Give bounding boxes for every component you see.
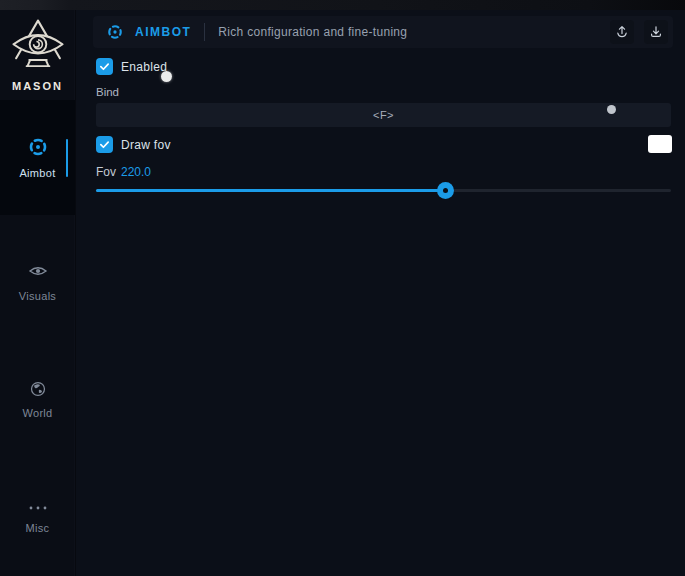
crosshair-icon [106,23,124,41]
upload-icon [614,24,630,40]
check-icon [99,139,110,150]
globe-icon [29,380,47,402]
sidebar-item-label: World [22,407,52,419]
fov-label: Fov [96,165,116,179]
eye-pyramid-icon [10,18,66,78]
fov-slider-handle[interactable] [437,182,454,199]
brand-name: MASON [12,80,63,92]
enabled-checkbox[interactable] [96,58,113,75]
bind-value: <F> [373,109,394,121]
draw-fov-checkbox[interactable] [96,136,113,153]
page-title: AIMBOT [135,25,191,39]
fov-color-swatch[interactable] [648,135,672,153]
header-actions [610,20,668,44]
fov-slider-fill [96,189,445,192]
window-top-strip [0,0,685,10]
main-panel: AIMBOT Rich configuration and fine-tunin… [76,10,685,576]
sidebar-item-label: Visuals [19,290,56,302]
fov-label-row: Fov 220.0 [96,165,151,179]
export-config-button[interactable] [610,20,634,44]
check-icon [99,61,110,72]
bind-input[interactable]: <F> [96,103,671,127]
eye-icon [28,261,48,285]
bind-label: Bind [96,86,119,98]
page-subtitle: Rich configuration and fine-tuning [218,25,407,39]
sidebar: MASON Aimbot Visuals [0,10,75,576]
ellipsis-icon [28,499,48,517]
fov-slider[interactable] [96,182,671,199]
fov-value: 220.0 [121,165,151,179]
sidebar-item-label: Misc [26,522,50,534]
active-tab-indicator [66,139,68,177]
crosshair-icon [27,136,49,162]
enabled-label: Enabled [121,60,167,74]
sidebar-item-misc[interactable]: Misc [0,486,75,546]
sidebar-item-aimbot[interactable]: Aimbot [0,100,75,215]
page-header: AIMBOT Rich configuration and fine-tunin… [93,16,673,48]
brand-logo: MASON [0,18,75,92]
download-icon [648,24,664,40]
sidebar-item-label: Aimbot [19,167,55,179]
sidebar-item-visuals[interactable]: Visuals [0,251,75,311]
header-divider [204,23,205,41]
bind-field-dot [607,105,616,114]
draw-fov-label: Draw fov [121,138,171,152]
cheat-menu-window: MASON Aimbot Visuals [0,0,685,576]
sidebar-item-world[interactable]: World [0,369,75,429]
import-config-button[interactable] [644,20,668,44]
